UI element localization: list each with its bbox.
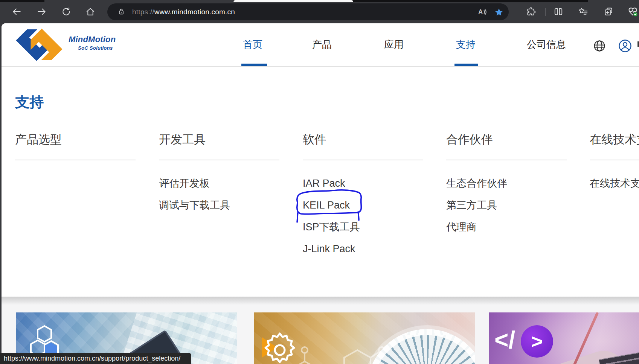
column-divider <box>446 160 567 160</box>
language-globe-button[interactable] <box>593 39 606 53</box>
tab-strip-segment <box>353 0 588 2</box>
refresh-button[interactable] <box>59 5 73 18</box>
toolbar-divider <box>545 8 546 16</box>
menu-link-jlink-pack[interactable]: J-Link Pack <box>303 238 360 260</box>
nav-active-underline-support <box>454 64 478 66</box>
active-tab-sliver[interactable] <box>233 0 353 2</box>
column-header-link[interactable]: 开发工具 <box>159 132 206 148</box>
logo-subtitle: SoC Solutions <box>78 45 113 51</box>
copy-plus-icon <box>604 7 613 17</box>
column-header-link[interactable]: 合作伙伴 <box>446 132 493 148</box>
page-content: MindMotion SoC Solutions 首页 产品 应用 支持 公司信… <box>2 23 639 364</box>
svg-text:A: A <box>478 8 483 15</box>
menu-link-eval-boards[interactable]: 评估开发板 <box>159 172 230 194</box>
mindmotion-logo[interactable]: MindMotion SoC Solutions <box>15 29 113 63</box>
browser-essentials-button[interactable] <box>626 5 639 18</box>
mindmotion-logo-mark <box>15 29 63 62</box>
menu-link-keil-pack[interactable]: KEIL Pack <box>303 194 360 216</box>
refresh-icon <box>61 7 71 17</box>
status-link-preview: https://www.mindmotion.com.cn/support/pr… <box>0 353 191 364</box>
forward-button[interactable] <box>35 5 49 18</box>
read-aloud-icon: A <box>477 7 487 17</box>
code-icon: </ <box>494 326 515 354</box>
menu-link-eco-partners[interactable]: 生态合作伙伴 <box>446 172 507 194</box>
user-account-button[interactable] <box>618 39 632 53</box>
collections-button[interactable] <box>576 5 590 18</box>
menu-title: 支持 <box>15 93 44 112</box>
browser-toolbar: https://www.mindmotion.com.cn A <box>0 0 639 23</box>
nav-item-products[interactable]: 产品 <box>312 23 332 67</box>
menu-link-third-party-tools[interactable]: 第三方工具 <box>446 194 507 216</box>
user-icon <box>618 39 632 53</box>
home-button[interactable] <box>84 5 97 18</box>
logo-title: MindMotion <box>69 35 116 44</box>
star-filled-icon <box>494 8 503 17</box>
url-host: www.mindmotion.com.cn <box>154 8 235 16</box>
menu-link-iar-pack[interactable]: IAR Pack <box>303 172 360 194</box>
site-header: MindMotion SoC Solutions 首页 产品 应用 支持 公司信… <box>2 23 639 67</box>
puzzle-icon <box>526 7 536 17</box>
read-aloud-button[interactable]: A <box>477 7 487 17</box>
tab-strip <box>0 0 639 2</box>
back-arrow-icon <box>12 7 21 17</box>
nav-active-underline-home <box>241 64 267 66</box>
nav-item-home[interactable]: 首页 <box>243 23 262 67</box>
url-scheme: https:// <box>132 8 154 16</box>
menu-link-distributors[interactable]: 代理商 <box>446 216 507 238</box>
home-icon <box>85 7 95 17</box>
column-header-link[interactable]: 在线技术支持 <box>590 132 639 148</box>
extensions-button[interactable] <box>524 5 538 18</box>
url-text[interactable]: https://www.mindmotion.com.cn <box>132 3 235 20</box>
column-divider <box>590 160 639 160</box>
forward-arrow-icon <box>37 7 47 17</box>
column-divider <box>303 160 423 160</box>
tab-strip-segment <box>0 0 44 2</box>
menu-link-online-support[interactable]: 在线技术支持 <box>590 172 639 194</box>
split-screen-icon <box>554 7 563 17</box>
menu-link-isp-download-tool[interactable]: ISP下载工具 <box>303 216 360 238</box>
menu-link-debug-download-tools[interactable]: 调试与下载工具 <box>159 194 230 216</box>
software-banner[interactable]: </ > <box>489 312 639 364</box>
column-divider <box>159 160 279 160</box>
back-button[interactable] <box>10 5 23 18</box>
copy-page-button[interactable] <box>602 5 615 18</box>
browser-window: https://www.mindmotion.com.cn A <box>0 0 639 364</box>
column-header-link[interactable]: 软件 <box>303 132 326 148</box>
star-list-icon <box>578 7 588 17</box>
favorite-star-button[interactable] <box>494 8 503 17</box>
column-divider <box>15 160 136 160</box>
gear-icon <box>259 327 300 364</box>
column-header-link[interactable]: 产品选型 <box>15 132 62 148</box>
address-bar[interactable]: https://www.mindmotion.com.cn A <box>107 3 509 20</box>
menu-drop-shadow <box>2 297 639 305</box>
development-tools-banner[interactable] <box>254 312 475 364</box>
nav-item-company[interactable]: 公司信息 <box>527 23 566 67</box>
support-mega-menu: 支持 产品选型 开发工具 评估开发板 调试与下载工具 软件 IAR Pack K… <box>2 67 639 297</box>
cut-off-header-item <box>637 41 639 47</box>
nav-item-applications[interactable]: 应用 <box>384 23 404 67</box>
heart-pulse-icon <box>628 6 638 17</box>
globe-icon <box>593 40 605 52</box>
nav-item-support[interactable]: 支持 <box>456 23 476 67</box>
code-circle-badge: > <box>521 325 553 358</box>
split-screen-button[interactable] <box>552 5 565 18</box>
lock-icon[interactable] <box>117 8 125 16</box>
